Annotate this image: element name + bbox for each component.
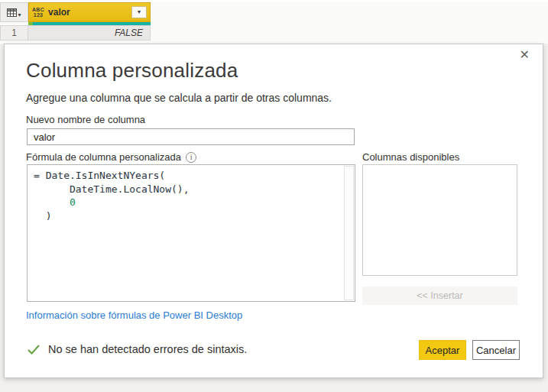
syntax-status-text: No se han detectado errores de sintaxis. <box>48 343 247 355</box>
formula-code: = Date.IsInNextNYears( DateTime.LocalNow… <box>28 165 355 226</box>
insert-column-button[interactable]: << Insertar <box>362 287 517 305</box>
chevron-down-icon: ▾ <box>138 9 141 15</box>
close-icon[interactable]: ✕ <box>520 49 530 61</box>
available-columns-listbox[interactable] <box>362 164 517 276</box>
formula-editor[interactable]: = Date.IsInNextNYears( DateTime.LocalNow… <box>27 164 355 302</box>
available-columns-label: Columnas disponibles <box>362 151 459 163</box>
table-grid-icon <box>7 8 17 17</box>
info-icon[interactable]: i <box>186 152 196 163</box>
table-select-all-button[interactable]: ▾ <box>0 2 28 22</box>
new-column-name-label: Nuevo nombre de columna <box>26 114 145 125</box>
accept-button[interactable]: Aceptar <box>419 340 466 360</box>
dialog-title: Columna personalizada <box>26 59 238 83</box>
formula-label: Fórmula de columna personalizada <box>26 151 181 163</box>
editor-scrollbar[interactable] <box>344 166 354 300</box>
syntax-ok-check-icon <box>28 345 40 355</box>
chevron-down-icon: ▾ <box>18 11 21 18</box>
new-column-name-input[interactable] <box>27 128 355 145</box>
column-name: valor <box>48 7 128 18</box>
cancel-button[interactable]: Cancelar <box>472 340 520 360</box>
dialog-subtitle: Agregue una columna que se calcula a par… <box>26 92 332 104</box>
column-header-valor[interactable]: ABC 123 valor ▾ <box>28 2 151 22</box>
column-filter-dropdown-button[interactable]: ▾ <box>131 6 147 18</box>
row-number-cell: 1 <box>0 25 28 40</box>
custom-column-dialog: ✕ Columna personalizada Agregue una colu… <box>4 44 543 378</box>
formula-help-link[interactable]: Información sobre fórmulas de Power BI D… <box>26 309 242 321</box>
table-cell-value[interactable]: FALSE <box>28 25 151 40</box>
column-type-any-icon: ABC 123 <box>32 7 44 18</box>
